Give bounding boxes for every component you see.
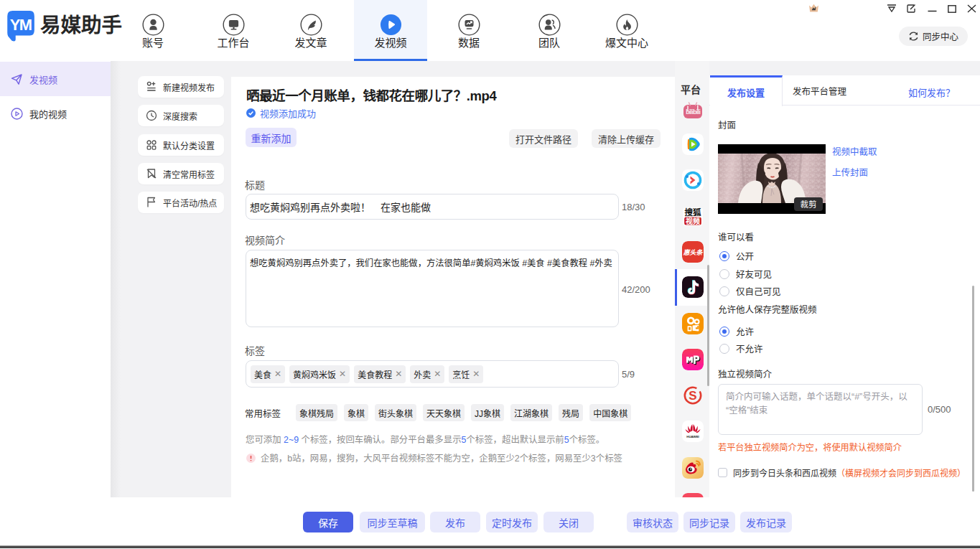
svg-text:YM: YM [10,16,32,34]
svg-text:裁剪: 裁剪 [801,200,817,209]
svg-text:抖视: 抖视 [724,156,732,162]
svg-text:视频: 视频 [686,217,700,225]
svg-text:S: S [689,389,696,403]
svg-text:bilibili: bilibili [686,108,700,116]
svg-text:HUAWEI: HUAWEI [686,435,699,438]
svg-text:搜狐: 搜狐 [685,207,701,217]
svg-text:惠头条: 惠头条 [683,249,704,256]
